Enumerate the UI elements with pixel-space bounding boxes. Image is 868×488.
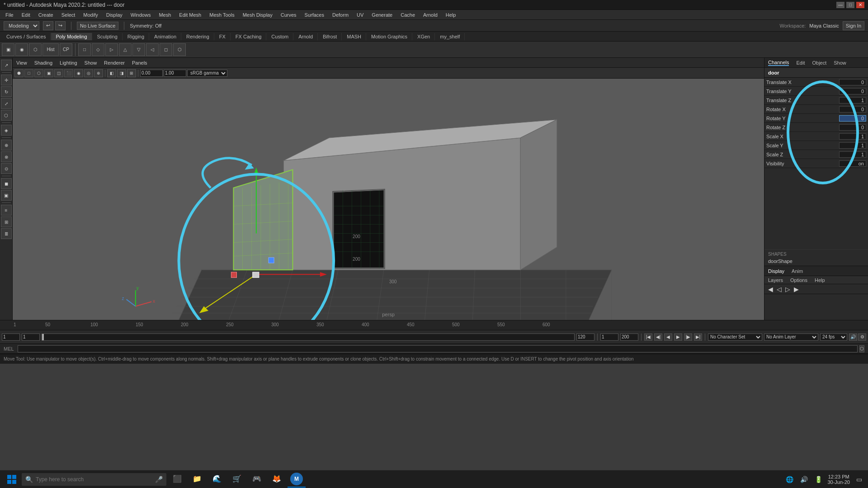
shelf-tab-xgen[interactable]: XGen (413, 33, 435, 40)
shelf-icon-hist[interactable]: Hist (42, 43, 59, 56)
current-frame-input[interactable] (22, 333, 40, 341)
search-bar[interactable]: 🔍 🎤 (22, 473, 166, 486)
channel-row-scale-y[interactable]: Scale Y (764, 141, 868, 150)
vpt-btn-4[interactable]: ▣ (44, 69, 53, 77)
scale-y-value[interactable] (839, 142, 866, 149)
edit-tab[interactable]: Edit (796, 60, 805, 66)
layers-prev2-btn[interactable]: ◁ (775, 286, 783, 293)
clock[interactable]: 12:23 PM 30-Jun-20 (827, 474, 850, 485)
tray-network-icon[interactable]: 🌐 (784, 474, 795, 485)
taskbar-maya[interactable]: M (288, 471, 306, 488)
channel-row-translate-y[interactable]: Translate Y (764, 87, 868, 96)
menu-deform[interactable]: Deform (329, 11, 352, 19)
shelf-tab-custom[interactable]: Custom (267, 33, 293, 40)
ws-btn-1[interactable]: ↩ (43, 21, 53, 30)
ws-btn-2[interactable]: ↪ (55, 21, 66, 30)
tool-snap1[interactable]: ⊕ (1, 140, 12, 150)
menu-select[interactable]: Select (58, 11, 79, 19)
tool-misc3[interactable]: ≣ (1, 228, 12, 239)
channel-row-scale-x[interactable]: Scale X (764, 132, 868, 141)
tray-battery-icon[interactable]: 🔋 (813, 474, 824, 485)
tool-misc2[interactable]: ⊞ (1, 216, 12, 227)
shelf-icon-tool7[interactable]: ◻ (160, 43, 172, 56)
close-button[interactable]: ✕ (856, 2, 864, 8)
shelf-tab-bifrost[interactable]: Bifrost (318, 33, 342, 40)
menu-arnold[interactable]: Arnold (420, 11, 441, 19)
vp-menu-renderer[interactable]: Renderer (104, 60, 125, 66)
rotate-z-value[interactable] (839, 124, 866, 131)
shelf-tab-fx[interactable]: FX (215, 33, 231, 40)
tool-scale[interactable]: ⤢ (1, 98, 12, 109)
shelf-icon-tool5[interactable]: ▽ (132, 43, 145, 56)
translate-y-value[interactable] (839, 88, 866, 94)
display-tab[interactable]: Display (768, 268, 784, 274)
shelf-tab-curves-surfaces[interactable]: Curves / Surfaces (2, 33, 51, 40)
play-forward-button[interactable]: ▶ (674, 333, 682, 341)
channel-row-translate-z[interactable]: Translate Z (764, 96, 868, 105)
menu-curves[interactable]: Curves (277, 11, 300, 19)
vpt-btn-6[interactable]: ⬛ (64, 69, 73, 77)
channel-row-rotate-y[interactable]: Rotate Y (764, 114, 868, 123)
shelf-icon-tool4[interactable]: △ (119, 43, 132, 56)
channel-row-visibility[interactable]: Visibility (764, 159, 868, 168)
tool-snap2[interactable]: ⊗ (1, 151, 12, 162)
help-item[interactable]: Help (815, 277, 825, 283)
shelf-icon-tool2[interactable]: ◇ (92, 43, 104, 56)
menu-file[interactable]: File (2, 11, 17, 19)
tray-show-desktop[interactable]: ▭ (854, 474, 864, 485)
end-frame-input[interactable] (576, 333, 594, 341)
menu-uv[interactable]: UV (353, 11, 367, 19)
prev-key-button[interactable]: ◀| (654, 333, 662, 341)
fps-select[interactable]: 24 fps (820, 333, 847, 341)
vpt-value1-input[interactable] (140, 70, 163, 77)
timeline-ruler[interactable]: 1 50 100 150 200 250 300 350 400 450 500… (0, 320, 868, 330)
layers-prev-btn[interactable]: ◀ (766, 286, 775, 293)
mel-expand-btn[interactable]: ⬡ (859, 345, 864, 352)
anim-tab[interactable]: Anim (792, 268, 803, 274)
channel-row-rotate-x[interactable]: Rotate X (764, 105, 868, 114)
go-end-button[interactable]: ▶| (694, 333, 702, 341)
vpt-btn-12[interactable]: ⊞ (127, 69, 136, 77)
shelf-icon-tool1[interactable]: □ (78, 43, 91, 56)
shelf-tab-motion-graphics[interactable]: Motion Graphics (367, 33, 412, 40)
shelf-icon-tool3[interactable]: ▷ (105, 43, 118, 56)
shelf-icon-cp[interactable]: CP (60, 43, 72, 56)
no-live-surface-label[interactable]: No Live Surface (77, 22, 118, 30)
translate-z-value[interactable] (839, 97, 866, 103)
windows-start-button[interactable] (4, 471, 20, 488)
vpt-btn-9[interactable]: ⊕ (94, 69, 103, 77)
anim-start-input[interactable] (600, 333, 618, 341)
mel-input[interactable] (18, 345, 858, 352)
channels-tab[interactable]: Channels (768, 60, 789, 66)
vp-menu-shading[interactable]: Shading (34, 60, 52, 66)
vpt-btn-7[interactable]: ◉ (74, 69, 83, 77)
char-set-select[interactable]: No Character Set (708, 333, 762, 341)
taskbar-task-view[interactable]: ⬛ (168, 471, 186, 488)
tool-render1[interactable]: ◼ (1, 178, 12, 189)
anim-end-input[interactable] (620, 333, 638, 341)
shelf-tab-poly-modeling[interactable]: Poly Modeling (51, 33, 92, 40)
shelf-tab-arnold[interactable]: Arnold (294, 33, 318, 40)
rotate-y-value[interactable] (839, 115, 866, 122)
vpt-btn-8[interactable]: ◎ (84, 69, 93, 77)
vp-menu-panels[interactable]: Panels (132, 60, 147, 66)
shelf-tab-mash[interactable]: MASH (342, 33, 366, 40)
tray-volume-icon[interactable]: 🔊 (798, 474, 809, 485)
vpt-btn-10[interactable]: ◧ (107, 69, 116, 77)
menu-windows[interactable]: Windows (127, 11, 155, 19)
taskbar-file-explorer[interactable]: 📁 (188, 471, 206, 488)
tool-select[interactable]: ↗ (1, 60, 12, 70)
gamma-select[interactable]: sRGB gamma (187, 70, 227, 77)
vpt-btn-3[interactable]: ⬡ (34, 69, 43, 77)
vp-menu-view[interactable]: View (16, 60, 27, 66)
shelf-icon-select[interactable]: ▣ (2, 43, 14, 56)
menu-modify[interactable]: Modify (80, 11, 101, 19)
channel-row-rotate-z[interactable]: Rotate Z (764, 123, 868, 132)
tool-snap3[interactable]: ⊙ (1, 163, 12, 174)
object-tab[interactable]: Object (812, 60, 826, 66)
viewport[interactable]: View Shading Lighting Show Renderer Pane… (13, 58, 764, 320)
vp-menu-lighting[interactable]: Lighting (60, 60, 77, 66)
menu-help[interactable]: Help (442, 11, 460, 19)
channel-row-scale-z[interactable]: Scale Z (764, 150, 868, 159)
show-tab[interactable]: Show (834, 60, 846, 66)
